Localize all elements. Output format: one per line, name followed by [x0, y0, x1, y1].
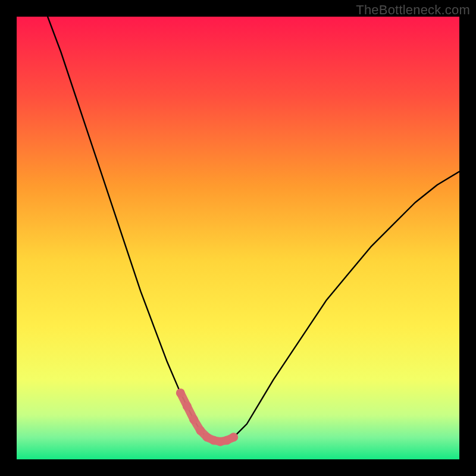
highlight-dot — [189, 415, 198, 424]
highlight-dot — [196, 426, 205, 435]
bottleneck-chart — [17, 17, 459, 459]
watermark-label: TheBottleneck.com — [356, 2, 470, 18]
highlight-dot — [229, 433, 238, 441]
gradient-background — [17, 17, 459, 459]
highlight-dot — [176, 389, 185, 397]
chart-frame — [17, 17, 459, 459]
highlight-dot — [183, 402, 192, 411]
